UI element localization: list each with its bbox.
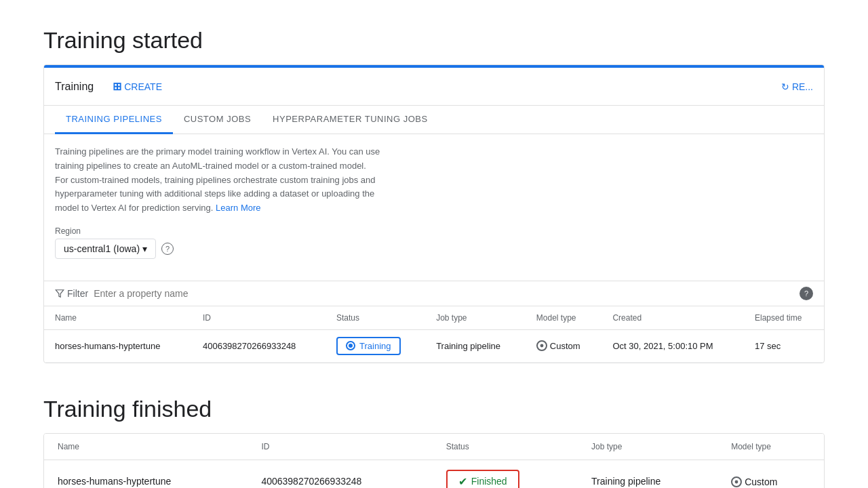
finished-table-header-row: Name ID Status Job type Model type xyxy=(44,434,824,460)
panel-title: Training xyxy=(55,81,94,93)
finished-row-model-type: Custom xyxy=(717,460,824,488)
col2-status: Status xyxy=(433,434,578,460)
col2-model-type: Model type xyxy=(717,434,824,460)
finished-table: Name ID Status Job type Model type horse… xyxy=(44,434,824,488)
region-label: Region xyxy=(55,226,813,236)
table-row[interactable]: horses-humans-hyptertune 400639827026693… xyxy=(44,329,824,362)
row-model-type: Custom xyxy=(526,329,602,362)
create-label: CREATE xyxy=(124,81,162,92)
plus-icon: ⊞ xyxy=(113,80,121,93)
tab-custom-jobs[interactable]: CUSTOM JOBS xyxy=(173,106,262,134)
checkmark-icon: ✔ xyxy=(458,475,467,488)
region-select: us-central1 (Iowa) ▾ ? xyxy=(55,239,813,259)
filter-input[interactable] xyxy=(94,288,794,299)
custom-model-icon xyxy=(536,340,547,351)
row-elapsed-time: 17 sec xyxy=(744,329,824,362)
region-dropdown[interactable]: us-central1 (Iowa) ▾ xyxy=(55,239,156,259)
svg-point-2 xyxy=(735,481,738,484)
row-name: horses-humans-hyptertune xyxy=(44,329,192,362)
training-table: Name ID Status Job type Model type Creat… xyxy=(44,306,824,363)
tabs-bar: TRAINING PIPELINES CUSTOM JOBS HYPERPARA… xyxy=(44,106,824,134)
training-panel: Training ⊞ CREATE ↻ RE... TRAINING PIPEL… xyxy=(43,64,825,363)
row-status: Training xyxy=(326,329,425,362)
col2-id: ID xyxy=(248,434,432,460)
finished-row-name: horses-humans-hyptertune xyxy=(44,460,248,488)
training-spinner-icon xyxy=(346,341,355,350)
page-container: Training started Training ⊞ CREATE ↻ RE.… xyxy=(0,0,868,488)
col-model-type: Model type xyxy=(526,306,602,330)
filter-icon: Filter xyxy=(55,288,88,299)
col-name: Name xyxy=(44,306,192,330)
region-help-icon[interactable]: ? xyxy=(161,243,174,255)
training-started-title: Training started xyxy=(43,27,825,54)
refresh-label: RE... xyxy=(792,81,813,92)
row-id: 4006398270266933248 xyxy=(192,329,326,362)
finished-custom-model-icon xyxy=(731,476,742,487)
col-id: ID xyxy=(192,306,326,330)
finished-row-id: 4006398270266933248 xyxy=(248,460,432,488)
refresh-icon: ↻ xyxy=(781,81,789,92)
panel-content: Training pipelines are the primary model… xyxy=(44,134,824,281)
training-finished-section: Training finished Name ID Status Job typ… xyxy=(43,396,825,488)
refresh-button[interactable]: ↻ RE... xyxy=(781,81,813,92)
col-job-type: Job type xyxy=(425,306,526,330)
filter-help-icon[interactable]: ? xyxy=(800,287,813,300)
learn-more-link[interactable]: Learn More xyxy=(216,203,260,213)
model-type-cell: Custom xyxy=(536,340,580,351)
table-header-row: Name ID Status Job type Model type Creat… xyxy=(44,306,824,330)
training-finished-title: Training finished xyxy=(43,396,825,422)
row-created: Oct 30, 2021, 5:00:10 PM xyxy=(601,329,744,362)
finished-row-job-type: Training pipeline xyxy=(578,460,717,488)
row-job-type: Training pipeline xyxy=(425,329,526,362)
tab-training-pipelines[interactable]: TRAINING PIPELINES xyxy=(55,106,173,134)
region-value: us-central1 (Iowa) xyxy=(64,243,140,254)
panel-header: Training ⊞ CREATE ↻ RE... xyxy=(44,68,824,106)
status-badge-finished: ✔ Finished xyxy=(446,470,519,488)
col-created: Created xyxy=(601,306,744,330)
finished-table-container: Name ID Status Job type Model type horse… xyxy=(43,433,825,488)
col-status: Status xyxy=(326,306,425,330)
region-section: Region us-central1 (Iowa) ▾ ? xyxy=(55,226,813,259)
finished-table-row[interactable]: horses-humans-hyptertune 400639827026693… xyxy=(44,460,824,488)
col2-job-type: Job type xyxy=(578,434,717,460)
col-elapsed-time: Elapsed time xyxy=(744,306,824,330)
svg-point-1 xyxy=(540,344,543,348)
finished-model-type-cell: Custom xyxy=(731,476,777,487)
col2-name: Name xyxy=(44,434,248,460)
tab-hyperparameter-tuning-jobs[interactable]: HYPERPARAMETER TUNING JOBS xyxy=(262,106,439,134)
svg-marker-0 xyxy=(56,290,64,298)
finished-row-status: ✔ Finished xyxy=(433,460,578,488)
description-text: Training pipelines are the primary model… xyxy=(55,145,380,216)
status-badge-training: Training xyxy=(336,337,400,355)
create-button[interactable]: ⊞ CREATE xyxy=(104,76,170,97)
chevron-down-icon: ▾ xyxy=(142,243,147,254)
filter-bar: Filter ? xyxy=(44,281,824,306)
